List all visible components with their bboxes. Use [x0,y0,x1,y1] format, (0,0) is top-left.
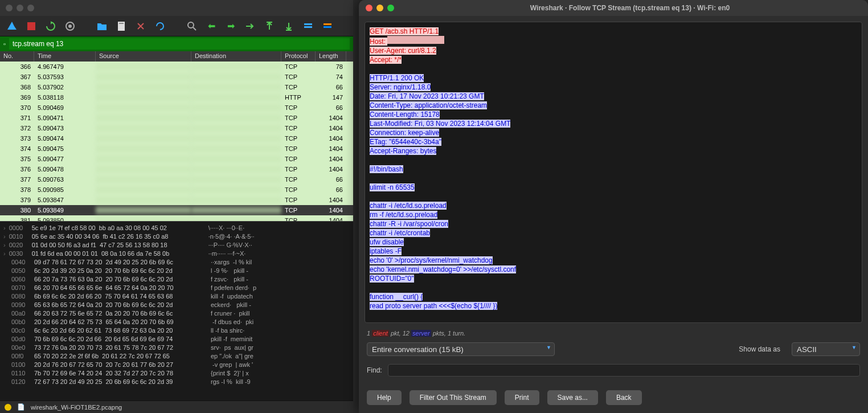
svg-rect-7 [304,26,312,28]
stream-info: 1 client pkt, 12 server pkts, 1 turn. [359,329,868,338]
dialog-title: Wireshark · Follow TCP Stream (tcp.strea… [399,4,861,12]
table-row[interactable]: 3725.090473 TCP1404 [0,123,353,133]
info-turns: pkts, 1 turn. [431,330,466,337]
status-file-name: wireshark_Wi-FiOT1BE2.pcapng [31,404,122,411]
table-row[interactable]: 3695.038118 HTTP147 [0,92,353,103]
wireshark-main-window: ▫ No. Time Source Destination Protocol L… [0,0,353,413]
stop-capture-icon[interactable] [25,20,38,32]
svg-rect-8 [324,23,331,25]
status-bar: 📄 wireshark_Wi-FiOT1BE2.pcapng [0,400,353,413]
table-row[interactable]: 3815.093850 TCP1404 [0,215,353,221]
svg-rect-9 [324,26,331,28]
reload-icon[interactable] [154,20,166,32]
traffic-lights [6,5,34,11]
dialog-button-row: Help Filter Out This Stream Print Save a… [359,385,868,413]
stream-text[interactable]: GET /acb.sh HTTP/1.1Host: User-Agent: cu… [365,22,862,323]
display-filter-input[interactable] [9,38,350,50]
find-packet-icon[interactable] [186,20,198,32]
save-file-icon[interactable] [115,20,128,32]
table-row[interactable]: 3685.037902 TCP66 [0,82,353,92]
find-row: Find: [359,361,868,385]
info-server: server [411,330,431,337]
close-file-icon[interactable] [134,20,147,32]
main-toolbar [0,16,353,36]
svg-rect-0 [27,22,35,30]
find-label: Find: [367,366,382,374]
table-row[interactable]: 3745.090475 TCP1404 [0,144,353,154]
conversation-select[interactable]: Entire conversation (15 kB) [367,342,555,356]
go-to-packet-icon[interactable] [244,20,256,32]
dialog-close-icon[interactable] [366,5,372,11]
help-button[interactable]: Help [367,390,402,405]
capture-file-icon: 📄 [17,403,25,411]
print-button[interactable]: Print [505,390,539,405]
options-icon[interactable] [64,20,76,32]
open-file-icon[interactable] [96,20,108,32]
auto-scroll-icon[interactable] [302,20,314,32]
info-client: client [372,330,389,337]
info-count2: pkt, 12 [389,330,410,337]
show-data-as-label: Show data as [739,345,780,353]
main-titlebar [0,0,353,16]
show-data-as-select[interactable]: ASCII [792,342,860,356]
col-proto[interactable]: Protocol [281,51,316,62]
table-row[interactable]: 3785.090985 TCP66 [0,185,353,195]
col-dest[interactable]: Destination [191,51,281,62]
dialog-minimize-icon[interactable] [376,5,383,11]
save-as-button[interactable]: Save as... [547,390,598,405]
dialog-zoom-icon[interactable] [387,5,394,11]
table-row[interactable]: 3775.090763 TCP66 [0,174,353,185]
back-button[interactable]: Back [606,390,642,405]
svg-point-5 [188,22,194,28]
expert-info-icon[interactable] [5,404,11,411]
table-row[interactable]: 3765.090478 TCP1404 [0,164,353,174]
dialog-traffic-lights [366,5,394,11]
colorize-icon[interactable] [321,20,334,32]
bookmark-icon[interactable]: ▫ [3,40,6,47]
dialog-controls-row: Entire conversation (15 kB) Show data as… [359,338,868,361]
packet-list-header: No. Time Source Destination Protocol Len… [0,51,353,62]
col-len[interactable]: Length [316,51,346,62]
table-row[interactable]: 3795.093847 TCP1404 [0,195,353,205]
info-count1: 1 [367,330,370,337]
follow-stream-dialog: Wireshark · Follow TCP Stream (tcp.strea… [359,0,868,413]
dialog-titlebar: Wireshark · Follow TCP Stream (tcp.strea… [359,0,868,16]
table-row[interactable]: 3705.090469 TCP66 [0,103,353,113]
table-row[interactable]: 3735.090474 TCP1404 [0,133,353,144]
find-input[interactable] [388,364,860,377]
table-row[interactable]: 3715.090471 TCP1404 [0,113,353,123]
col-source[interactable]: Source [96,51,191,62]
hex-dump-pane[interactable]: ›00005c e9 1e 7f ef c8 58 00 bb a0 aa 30… [0,221,353,400]
col-time[interactable]: Time [34,51,96,62]
go-forward-icon[interactable] [224,20,237,32]
close-dot[interactable] [6,5,13,11]
minimize-dot[interactable] [17,5,23,11]
svg-point-2 [68,24,72,28]
last-packet-icon[interactable] [282,20,295,32]
shark-fin-icon[interactable] [6,20,18,32]
table-row[interactable]: 3664.967479 TCP78 [0,62,353,72]
packet-list[interactable]: 3664.967479 TCP783675.037593 TCP743685.0… [0,62,353,221]
filter-out-button[interactable]: Filter Out This Stream [410,390,497,405]
display-filter-bar: ▫ [0,36,353,51]
table-row[interactable]: 3755.090477 TCP1404 [0,154,353,164]
col-no[interactable]: No. [0,51,34,62]
go-back-icon[interactable] [205,20,218,32]
restart-capture-icon[interactable] [44,20,57,32]
zoom-dot[interactable] [27,5,34,11]
first-packet-icon[interactable] [263,20,276,32]
svg-rect-6 [304,23,312,25]
svg-rect-4 [119,23,124,24]
table-row[interactable]: 3675.037593 TCP74 [0,72,353,82]
table-row[interactable]: 3805.093849 TCP1404 [0,205,353,215]
